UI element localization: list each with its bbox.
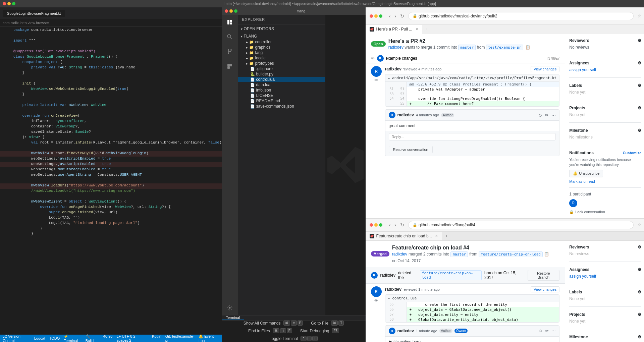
sidebar-item-prototypes[interactable]: ▸📁prototypes (238, 61, 325, 66)
address-bar-1[interactable]: 🔒 github.com/radixdev/musical-deviancy/p… (408, 12, 634, 20)
refresh-button-1[interactable]: ↻ (399, 13, 406, 19)
version-control-btn[interactable]: ⎇ Version Control (3, 334, 30, 342)
forward-button-2[interactable]: › (393, 222, 397, 228)
editor-tab-active[interactable]: GoogleLoginBrowserFragment.kt (3, 10, 65, 17)
forward-button-1[interactable]: › (393, 13, 397, 19)
settings-icon[interactable] (225, 303, 234, 312)
copy-icon[interactable]: 📋 (525, 45, 530, 50)
gear-icon-projects-2[interactable]: ⚙ (638, 312, 641, 317)
gear-icon-milestone-2[interactable]: ⚙ (638, 335, 641, 339)
minimize-button[interactable] (7, 2, 11, 5)
source-branch-2[interactable]: feature/create-chip-on-load (479, 251, 543, 257)
min-btn-2[interactable] (229, 9, 233, 13)
br-min-1[interactable] (374, 14, 378, 18)
back-button-1[interactable]: ‹ (388, 13, 392, 19)
customize-link-1[interactable]: Customize (623, 151, 642, 155)
react-icon[interactable]: ☺ (538, 113, 542, 118)
source-branch-1[interactable]: test/example-pr (486, 45, 523, 50)
sidebar-item-data-lua[interactable]: 📄data.lua (238, 82, 325, 88)
edit-icon-2[interactable]: ✏ (545, 328, 549, 333)
new-tab-btn-1[interactable]: + (422, 25, 431, 34)
assign-yourself-link-2[interactable]: assign yourself (569, 274, 596, 279)
terminal-btn[interactable]: ⚡ Terminal (64, 334, 81, 342)
assign-yourself-link-1[interactable]: assign yourself (569, 67, 596, 72)
unsubscribe-btn-1[interactable]: 🔔 Unsubscribe (569, 170, 603, 177)
mark-unread-btn-1[interactable]: Mark as unread (569, 179, 595, 183)
more-icon-2[interactable]: ⋯ (551, 328, 556, 333)
logcat-btn[interactable]: Logcat (34, 336, 45, 340)
close-button[interactable] (3, 2, 6, 5)
bookmark-icon[interactable]: ☆ (638, 14, 641, 18)
resolve-btn-1[interactable]: Resolve conversation (389, 146, 433, 153)
gear-icon-assignees-2[interactable]: ⚙ (638, 267, 641, 272)
project-group[interactable]: ▾ FLANG (238, 33, 325, 39)
explorer-icon[interactable] (225, 17, 234, 27)
pr-author-1[interactable]: radixdev (388, 45, 404, 50)
event-log-btn[interactable]: 🔔 Event Log (199, 334, 219, 342)
cmd-find-files[interactable]: Find in Files ⌘⇧F (248, 328, 292, 333)
sidebar-item-controller[interactable]: ▸📁controller (238, 39, 325, 45)
sidebar-item-readme[interactable]: 📄README.md (238, 98, 325, 104)
gear-icon-labels-2[interactable]: ⚙ (638, 290, 641, 294)
br-max-1[interactable] (379, 14, 382, 18)
sidebar-item-info-json[interactable]: 📄info.json (238, 88, 325, 93)
view-changes-btn-2[interactable]: View changes (531, 286, 559, 292)
target-branch-2[interactable]: master (450, 251, 468, 257)
gear-icon-projects[interactable]: ⚙ (638, 106, 641, 110)
browser-tab-pr4[interactable]: 🐙 Feature/create chip on load b... × (366, 232, 442, 240)
eye-toggle-icon[interactable]: 👁 (371, 56, 375, 61)
br-min-2[interactable] (374, 223, 378, 227)
copy-icon-2[interactable]: 📋 (544, 252, 549, 256)
gear-icon-assignees[interactable]: ⚙ (638, 61, 641, 65)
build-btn[interactable]: 🔨 Build (86, 334, 98, 342)
sidebar-item-gitignore[interactable]: 📄.gitignore (238, 66, 325, 71)
svg-point-7 (230, 49, 232, 51)
open-editors-group[interactable]: ▾ OPEN EDITORS (238, 26, 325, 32)
refresh-button-2[interactable]: ↻ (399, 222, 406, 228)
sidebar-item-lang[interactable]: ▸📁lang (238, 50, 325, 55)
br-max-2[interactable] (379, 223, 382, 227)
react-icon-2[interactable]: ☺ (538, 328, 542, 333)
pr-author-2[interactable]: radixdev (392, 252, 407, 256)
restore-branch-button[interactable]: Restore Branch (528, 270, 560, 281)
code-editor[interactable]: package com.radix.lotto.view.browser imp… (0, 26, 222, 335)
address-bar-2[interactable]: 🔒 github.com/radixdev/flang/pull/4 (408, 221, 634, 229)
br-close-2[interactable] (370, 223, 373, 227)
new-tab-btn-2[interactable]: + (442, 232, 451, 240)
cmd-toggle-terminal[interactable]: Toggle Terminal ⌃`T (270, 336, 318, 341)
lock-conversation-1[interactable]: 🔒 Lock conversation (569, 210, 641, 214)
view-changes-btn-1[interactable]: View changes (531, 66, 559, 72)
cmd-show-all[interactable]: Show All Commands ⌘⇧P (244, 321, 303, 326)
bookmark-icon-2[interactable]: ☆ (638, 223, 641, 227)
sidebar-item-graphics[interactable]: ▸📁graphics (238, 45, 325, 50)
gear-icon-reviewers[interactable]: ⚙ (638, 38, 641, 43)
cmd-start-debug[interactable]: Start Debugging F5 (300, 328, 339, 333)
sidebar-item-license[interactable]: 📄LICENSE (238, 93, 325, 98)
close-btn-2[interactable] (225, 9, 228, 13)
back-button-2[interactable]: ‹ (388, 222, 392, 228)
gear-icon-reviewers-2[interactable]: ⚙ (638, 245, 641, 249)
sidebar-item-builder[interactable]: 🐍builder.py (238, 71, 325, 77)
tab-close-2[interactable]: × (435, 234, 438, 238)
sidebar-item-save-commands[interactable]: 📄save-commands.json (238, 104, 325, 109)
target-branch-1[interactable]: master (458, 45, 476, 50)
extensions-icon[interactable] (225, 62, 234, 71)
search-icon[interactable] (225, 32, 234, 42)
todo-btn[interactable]: TODO (49, 336, 60, 340)
gear-icon-labels[interactable]: ⚙ (638, 83, 641, 88)
sidebar-item-control-lua[interactable]: 📄control.lua (238, 77, 325, 82)
cmd-go-to-file[interactable]: Go to File ⌘T (311, 321, 344, 326)
edit-icon[interactable]: ✏ (545, 113, 549, 118)
gear-icon-milestone[interactable]: ⚙ (638, 128, 641, 133)
sidebar-item-locale[interactable]: ▸📁locale (238, 55, 325, 61)
max-btn-2[interactable] (234, 9, 237, 13)
browser-tab-pr2[interactable]: 🐙 Here's a PR · Pull ... × (366, 25, 423, 34)
terminal-panel-tab[interactable]: Terminal (222, 316, 244, 320)
reply-input-1[interactable] (389, 133, 556, 140)
more-icon[interactable]: ⋯ (551, 113, 556, 118)
maximize-button[interactable] (12, 2, 15, 5)
browser-tabs-2: 🐙 Feature/create chip on load b... × + (366, 232, 644, 241)
tab-close-1[interactable]: × (416, 27, 418, 32)
br-close-1[interactable] (370, 14, 373, 18)
source-control-icon[interactable] (225, 47, 234, 56)
